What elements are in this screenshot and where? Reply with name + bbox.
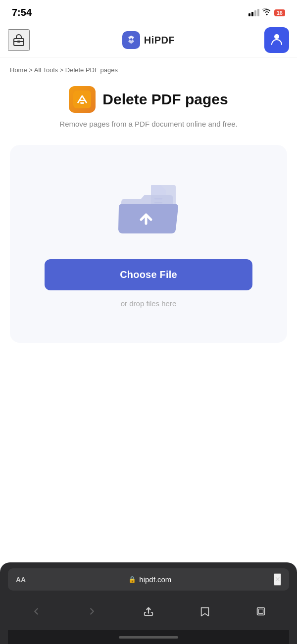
battery-level: 16: [274, 9, 285, 16]
breadcrumb: Home > All Tools > Delete PDF pages: [0, 57, 297, 78]
logo-symbol: [125, 34, 137, 46]
battery-indicator: 16: [274, 9, 285, 16]
tabs-icon: [255, 606, 266, 617]
delete-pdf-icon: [73, 91, 91, 108]
domain-text: hipdf.com: [139, 575, 171, 584]
browser-actions: [8, 597, 289, 630]
browser-back-button[interactable]: [25, 600, 47, 622]
browser-forward-button[interactable]: [81, 600, 103, 622]
nav-left: [8, 29, 33, 51]
wifi-icon: [262, 8, 271, 17]
nav-right: [264, 27, 289, 53]
nav-center: HiPDF: [122, 31, 175, 49]
svg-rect-4: [73, 91, 91, 108]
drop-files-text: or drop files here: [121, 299, 177, 308]
navbar: HiPDF: [0, 23, 297, 57]
user-account-button[interactable]: [264, 27, 289, 53]
address-bar-close[interactable]: ×: [274, 573, 281, 586]
lock-icon: 🔒: [128, 576, 136, 583]
folder-icon: [114, 180, 183, 239]
breadcrumb-text: Home > All Tools > Delete PDF pages: [10, 66, 118, 74]
user-avatar-icon: [270, 32, 284, 49]
browser-tabs-button[interactable]: [250, 600, 272, 622]
forward-icon: [87, 606, 98, 617]
home-indicator-bar: [119, 636, 178, 639]
page-header: Delete PDF pages Remove pages from a PDF…: [0, 78, 297, 140]
upload-card: Choose File or drop files here: [10, 145, 287, 343]
signal-icon: [248, 9, 259, 16]
font-size-button[interactable]: AA: [16, 576, 26, 584]
browser-bar: AA 🔒 hipdf.com ×: [0, 562, 297, 644]
browser-share-button[interactable]: [138, 600, 159, 622]
hipdf-logo: [122, 31, 140, 49]
status-bar: 7:54 16: [0, 0, 297, 23]
share-icon: [143, 606, 154, 617]
toolbox-icon: [12, 33, 26, 47]
address-bar[interactable]: AA 🔒 hipdf.com ×: [8, 568, 289, 591]
browser-bookmarks-button[interactable]: [194, 600, 216, 622]
page-title: Delete PDF pages: [102, 91, 228, 108]
home-indicator: [8, 630, 289, 644]
back-icon: [31, 606, 42, 617]
upload-folder-illustration: [114, 180, 183, 241]
svg-rect-2: [17, 41, 20, 43]
page-title-row: Delete PDF pages: [69, 86, 228, 113]
status-time: 7:54: [12, 7, 32, 18]
choose-file-button[interactable]: Choose File: [45, 259, 252, 290]
toolbox-button[interactable]: [8, 29, 30, 51]
bookmarks-icon: [199, 606, 210, 617]
status-icons: 16: [248, 8, 285, 17]
address-bar-left: AA: [16, 576, 26, 584]
svg-rect-5: [81, 102, 84, 104]
page-subtitle: Remove pages from a PDF document online …: [59, 119, 237, 130]
svg-point-3: [274, 34, 279, 39]
page-icon: [69, 86, 96, 113]
address-domain: 🔒 hipdf.com: [26, 575, 274, 584]
brand-name: HiPDF: [144, 35, 175, 46]
svg-rect-11: [259, 609, 263, 613]
